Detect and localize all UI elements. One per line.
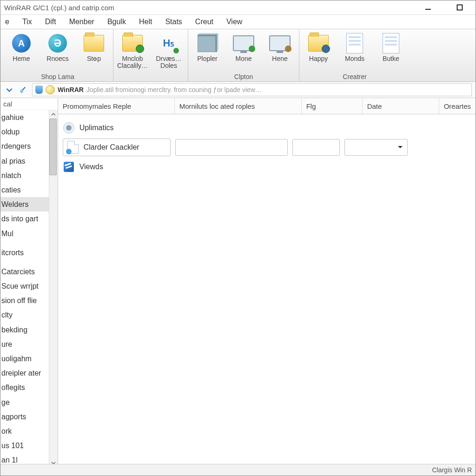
sidebar-item[interactable]: Welders bbox=[0, 197, 49, 212]
hene-button[interactable]: Hene bbox=[264, 30, 295, 72]
rows-area: Uplimatics Clarder Caackler Viewds bbox=[58, 114, 476, 180]
scroll-up-icon[interactable] bbox=[49, 110, 58, 119]
sidebar-header: cal bbox=[0, 98, 58, 110]
menu-dift[interactable]: Dift bbox=[45, 18, 56, 26]
text-input[interactable] bbox=[175, 139, 288, 156]
row-label: Uplimatics bbox=[79, 124, 114, 132]
ribbon-group-label: Clpton bbox=[234, 72, 253, 81]
document-globe-icon bbox=[346, 33, 363, 53]
address-box[interactable]: WinRAR Joplie.atil fromionogi mercltry. … bbox=[32, 83, 472, 96]
sidebar-item[interactable]: bekding bbox=[0, 323, 49, 337]
sidebar-item[interactable]: ds into gart bbox=[0, 212, 49, 226]
ribbon-group-label: Shop Lama bbox=[41, 72, 74, 81]
sidebar-scrollbar[interactable] bbox=[49, 110, 58, 467]
menu-stats[interactable]: Stats bbox=[165, 18, 182, 26]
document-icon bbox=[67, 141, 79, 154]
list-row[interactable]: Viewds bbox=[63, 157, 471, 177]
column-header[interactable]: Flg bbox=[302, 98, 363, 114]
sidebar-item[interactable]: gahiue bbox=[0, 110, 49, 125]
sidebar-item[interactable]: Scue wrrjpt bbox=[0, 279, 49, 293]
ribbon-group-clpton: Plopler Mone Hene Clpton bbox=[188, 29, 299, 81]
date-dropdown[interactable] bbox=[344, 139, 408, 156]
sidebar-item[interactable]: uoligahm bbox=[0, 351, 49, 366]
column-header[interactable]: Oreartes bbox=[439, 98, 476, 114]
sidebar-item[interactable]: dreipler ater bbox=[0, 366, 49, 380]
menu-bgulk[interactable]: Bgulk bbox=[107, 18, 126, 26]
ribbon-group-creatrer: Happy Monds Butke Creatrer bbox=[299, 29, 410, 81]
plopler-button[interactable]: Plopler bbox=[192, 30, 223, 72]
address-path: Joplie.atil fromionogi mercltry. from co… bbox=[86, 86, 262, 93]
sidebar-item[interactable]: ork bbox=[0, 424, 49, 438]
menu-creut[interactable]: Creut bbox=[195, 18, 213, 26]
monds-button[interactable]: Monds bbox=[339, 30, 370, 72]
minimize-button[interactable] bbox=[420, 2, 436, 13]
titlebar: WinRAR G/C1 (cpl.) and catrip.com bbox=[0, 0, 476, 15]
row-label: Clarder Caackler bbox=[84, 143, 139, 152]
main-split: cal gahiueolduprdengersal priasnlatchcat… bbox=[0, 98, 476, 467]
shield-icon bbox=[35, 86, 43, 94]
sidebar-item[interactable]: oflegits bbox=[0, 380, 49, 395]
menu-tix[interactable]: Tix bbox=[22, 18, 32, 26]
menu-view[interactable]: View bbox=[226, 18, 242, 26]
refresh-icon: Ә bbox=[48, 34, 67, 53]
wand-icon[interactable] bbox=[18, 85, 28, 95]
sidebar-item[interactable]: agports bbox=[0, 410, 49, 424]
sidebar-item[interactable]: Catarciets bbox=[0, 264, 49, 279]
status-bar: Clargis Win R bbox=[0, 464, 476, 476]
menu-e[interactable]: e bbox=[5, 18, 9, 26]
sidebar-item[interactable]: rdengers bbox=[0, 139, 49, 153]
home-button[interactable]: A Heme bbox=[6, 30, 37, 72]
column-header[interactable]: Morniluts loc ated roples bbox=[175, 98, 302, 114]
gear-icon bbox=[63, 122, 74, 133]
sidebar-item[interactable]: ure bbox=[0, 337, 49, 351]
svg-rect-3 bbox=[22, 87, 26, 91]
app-window: WinRAR G/C1 (cpl.) and catrip.com e Tix … bbox=[0, 0, 476, 476]
ribbon-group-shop-lama: A Heme Ә Rnoecs Stɵp Shop Lama bbox=[2, 29, 113, 81]
letter-a-icon: A bbox=[12, 34, 31, 53]
h5-icon: H₅ bbox=[159, 34, 178, 53]
stack-icon bbox=[198, 34, 217, 52]
rnoecs-button[interactable]: Ә Rnoecs bbox=[42, 30, 73, 72]
list-row-editable[interactable]: Clarder Caackler bbox=[63, 138, 471, 157]
folder-globe-icon bbox=[308, 35, 329, 52]
stop-button[interactable]: Stɵp bbox=[79, 30, 109, 72]
ribbon-group-2: Mnclob Clacalily… H₅ Drvæs… Doles bbox=[113, 29, 188, 81]
sidebar-item[interactable]: itcrorts bbox=[0, 245, 49, 260]
mnclob-button[interactable]: Mnclob Clacalily… bbox=[117, 30, 148, 79]
nav-dropdown-button[interactable] bbox=[4, 85, 14, 95]
window-controls bbox=[420, 2, 473, 13]
sidebar-list: gahiueolduprdengersal priasnlatchcatiesW… bbox=[0, 110, 58, 467]
folder-badge-icon bbox=[122, 35, 143, 52]
list-row[interactable]: Uplimatics bbox=[63, 118, 471, 138]
menu-menber[interactable]: Menber bbox=[69, 18, 94, 26]
mone-button[interactable]: Mone bbox=[228, 30, 259, 72]
document-plus-icon bbox=[383, 33, 399, 53]
viewds-icon bbox=[64, 162, 74, 172]
sidebar-item[interactable]: al prias bbox=[0, 154, 49, 168]
text-input[interactable] bbox=[292, 139, 340, 156]
sidebar-item[interactable]: clty bbox=[0, 308, 49, 322]
address-prefix: WinRAR bbox=[58, 86, 84, 93]
sidebar-item[interactable]: us 101 bbox=[0, 438, 49, 453]
sidebar-item[interactable]: caties bbox=[0, 183, 49, 197]
disc-icon bbox=[46, 85, 55, 94]
maximize-button[interactable] bbox=[451, 2, 468, 13]
column-header[interactable]: Promomymales Reple bbox=[58, 98, 175, 114]
sidebar-item[interactable]: ge bbox=[0, 395, 49, 410]
drvass-button[interactable]: H₅ Drvæs… Doles bbox=[153, 30, 184, 79]
sidebar-item[interactable]: Mul bbox=[0, 226, 49, 241]
happy-button[interactable]: Happy bbox=[303, 30, 334, 72]
monitor-brown-icon bbox=[269, 35, 291, 51]
column-headers: Promomymales Reple Morniluts loc ated ro… bbox=[58, 98, 476, 114]
butke-button[interactable]: Butke bbox=[376, 30, 406, 72]
sidebar-item[interactable]: sion off flie bbox=[0, 293, 49, 308]
folder-icon bbox=[84, 35, 104, 52]
sidebar-item[interactable]: nlatch bbox=[0, 168, 49, 183]
window-title: WinRAR G/C1 (cpl.) and catrip.com bbox=[3, 4, 420, 12]
svg-rect-1 bbox=[457, 5, 463, 10]
sidebar-item[interactable]: oldup bbox=[0, 125, 49, 139]
scroll-thumb[interactable] bbox=[49, 119, 57, 175]
address-bar: WinRAR Joplie.atil fromionogi mercltry. … bbox=[0, 82, 476, 98]
menu-helt[interactable]: Helt bbox=[139, 18, 152, 26]
column-header[interactable]: Date bbox=[363, 98, 439, 114]
